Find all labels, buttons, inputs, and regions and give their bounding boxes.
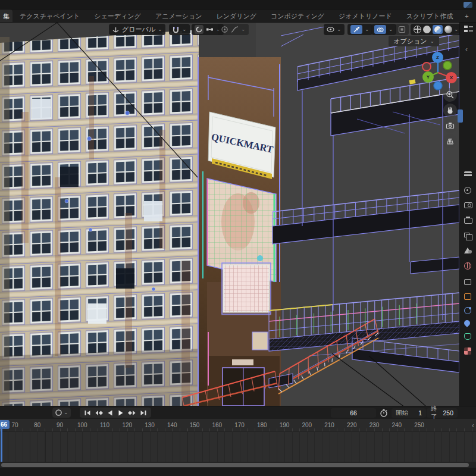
magnifier-plus-icon — [446, 90, 455, 99]
camera-view-button[interactable] — [443, 119, 457, 133]
playback-controls — [80, 408, 151, 418]
workspace-tab[interactable]: レンダリング — [209, 10, 264, 22]
collapse-chevron-icon[interactable]: ‹ — [465, 45, 468, 54]
workspace-tab-active-partial[interactable]: 集 — [0, 10, 12, 22]
gizmo-arrow-icon — [350, 25, 362, 34]
properties-tab-adjust-icon[interactable] — [464, 187, 471, 194]
xray-toggle[interactable] — [395, 24, 409, 35]
properties-tab-tool-icon[interactable] — [464, 171, 472, 178]
gizmo-z-axis[interactable]: Z — [432, 52, 443, 63]
shading-wireframe-button[interactable] — [414, 26, 421, 33]
snap-toggle[interactable]: ⌄ — [169, 24, 190, 35]
gizmo-x-axis[interactable]: X — [446, 72, 457, 83]
ruler-tick-label: 120 — [122, 422, 132, 428]
timeline-collapse-chevron-icon[interactable]: ‹ — [472, 421, 474, 430]
play-button[interactable] — [117, 409, 124, 416]
ruler-tick-label: 200 — [302, 422, 312, 428]
viewlayer-icon — [464, 233, 469, 237]
timeline-bottom-strip — [0, 468, 476, 476]
editor-type-icon[interactable] — [464, 25, 474, 33]
topbar — [0, 0, 476, 10]
timeline-header: ⌄ — [0, 406, 476, 419]
frame-end-value: 250 — [443, 409, 453, 416]
workspace-tab[interactable]: ジオメトリノード — [331, 10, 399, 22]
properties-tab-material-icon[interactable] — [464, 347, 471, 355]
ruler-tick-label: 90 — [57, 422, 63, 428]
ruler-tick-label: 220 — [347, 422, 357, 428]
properties-tab-collection-icon[interactable] — [464, 279, 471, 285]
viewport-3d[interactable]: QUICKMART — [0, 23, 459, 406]
pan-button[interactable] — [443, 104, 457, 117]
stopwatch-icon[interactable] — [380, 409, 388, 417]
workspace-tab[interactable]: テクスチャペイント — [12, 10, 87, 22]
frame-start-field[interactable]: 開始 1 — [392, 408, 426, 418]
playhead-badge[interactable]: 66 — [0, 420, 10, 429]
workspace-tabs: 集 テクスチャペイントシェーディングアニメーションレンダリングコンポジティングジ… — [0, 10, 476, 23]
chevron-down-icon: ⌄ — [365, 27, 369, 32]
ruler-tick-label: 150 — [190, 422, 200, 428]
properties-tab-data-icon[interactable] — [464, 333, 471, 340]
ruler-tick-label: 250 — [414, 422, 424, 428]
spiral-icon — [195, 26, 203, 33]
output-icon — [464, 218, 472, 224]
gizmos-toggle[interactable]: ⌄ — [347, 24, 372, 35]
options-dropdown[interactable]: オプション ⌄ — [389, 36, 439, 46]
prev-keyframe-button[interactable] — [95, 409, 103, 416]
playhead-line[interactable] — [1, 428, 2, 462]
frame-end-field[interactable]: 終了 250 — [427, 408, 458, 418]
workspace-tab[interactable]: アニメーション — [148, 10, 209, 22]
auto-keying-button[interactable]: ⌄ — [52, 408, 71, 418]
timeline-scroll-zone — [0, 462, 476, 468]
ruler-tick-label: 140 — [167, 422, 177, 428]
ruler-tick-label: 210 — [324, 422, 334, 428]
next-keyframe-button[interactable] — [128, 409, 136, 416]
workspace-tab[interactable]: シェーディング — [87, 10, 148, 22]
view-object-types-dropdown[interactable]: ⌄ — [324, 24, 345, 35]
overlays-toggle[interactable]: ⌄ — [371, 24, 396, 35]
adjust-icon — [464, 187, 471, 194]
ruler-tick-label: 170 — [234, 422, 245, 428]
workspace-tab[interactable]: スクリプト作成 — [399, 10, 460, 22]
properties-tab-physics-icon[interactable] — [464, 320, 470, 326]
hand-icon — [446, 106, 455, 115]
properties-tab-scene-icon[interactable] — [464, 248, 471, 253]
chevron-down-icon: ⌄ — [389, 27, 393, 32]
properties-tab-render-icon[interactable] — [464, 202, 472, 208]
properties-tab-viewlayer-icon[interactable] — [464, 233, 469, 237]
properties-tab-world-icon[interactable] — [464, 262, 471, 270]
timeline-tracks[interactable] — [0, 432, 476, 462]
workspace-tab-list: テクスチャペイントシェーディングアニメーションレンダリングコンポジティングジオメ… — [12, 10, 460, 22]
workspace-tab[interactable]: コンポジティング — [264, 10, 331, 22]
proportional-editing[interactable]: ⌄ — [218, 24, 249, 35]
jump-to-end-button[interactable] — [140, 409, 147, 416]
perspective-toggle-button[interactable] — [443, 134, 457, 148]
zoom-button[interactable] — [443, 88, 457, 102]
ruler-tick-label: 80 — [34, 422, 40, 428]
timeline-ruler[interactable]: 7080901001101201301401501601701801902002… — [0, 419, 476, 432]
shading-material-button[interactable] — [433, 25, 443, 34]
add-workspace-button[interactable]: + — [460, 10, 473, 22]
shading-rendered-button[interactable] — [444, 26, 452, 33]
chevron-down-icon: ⌄ — [182, 27, 187, 32]
ruler-tick-label: 180 — [257, 422, 267, 428]
shading-solid-button[interactable] — [423, 26, 431, 33]
gizmo-y-axis[interactable]: Y — [422, 71, 434, 83]
overlays-icon — [374, 25, 386, 34]
measure-icon — [206, 26, 214, 33]
object-icon — [464, 293, 471, 300]
snap-active-bg — [195, 25, 203, 34]
current-frame-field[interactable]: 66 — [331, 408, 376, 418]
properties-tab-object-icon[interactable] — [464, 293, 471, 300]
timeline-scrollbar[interactable] — [1, 463, 469, 467]
transform-orientation-dropdown[interactable]: グローバル ⌄ — [109, 24, 165, 35]
orientation-icon — [112, 26, 120, 33]
orientation-label: グローバル — [122, 25, 155, 34]
ruler-tick-label: 110 — [100, 422, 109, 428]
jump-to-start-button[interactable] — [84, 409, 91, 416]
view-gizmo[interactable]: Z X Y — [418, 49, 458, 90]
scene-icon[interactable] — [464, 2, 472, 8]
play-reverse-button[interactable] — [107, 409, 114, 416]
properties-tab-output-icon[interactable] — [464, 218, 472, 224]
chevron-down-icon: ⌄ — [430, 39, 434, 44]
properties-tab-constraints-icon[interactable] — [464, 307, 471, 314]
